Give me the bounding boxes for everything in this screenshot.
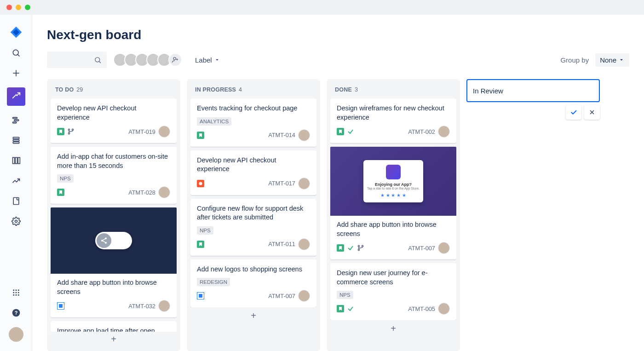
branch-icon <box>67 128 75 135</box>
chevron-down-icon <box>618 57 625 63</box>
card-label-badge: NPS <box>57 174 74 183</box>
assignee-avatar[interactable] <box>298 178 310 190</box>
card-title: Add share app button into browse screens <box>57 278 170 296</box>
board-card[interactable]: Add share app button into browse screens… <box>51 207 177 317</box>
assignee-avatar[interactable] <box>438 303 450 315</box>
issue-key: ATMT-032 <box>128 303 155 310</box>
create-icon[interactable] <box>10 67 22 79</box>
board-card[interactable]: Design wireframes for new checkout exper… <box>330 98 456 143</box>
assignee-avatar[interactable] <box>298 129 310 141</box>
svg-rect-7 <box>14 120 18 121</box>
board-card[interactable]: Configure new flow for support desk afte… <box>190 199 316 256</box>
label-filter-dropdown[interactable]: Label <box>193 53 222 67</box>
story-icon <box>337 244 344 252</box>
branch-icon <box>357 244 364 252</box>
board-card[interactable]: Events tracking for checkout pageANALYTI… <box>190 98 316 147</box>
card-title: Design new user journey for e-commerce s… <box>337 269 450 287</box>
svg-point-54 <box>362 246 363 247</box>
card-label-badge: ANALYTICS <box>197 117 231 126</box>
issue-key: ATMT-007 <box>268 293 295 299</box>
issue-key: ATMT-002 <box>408 128 435 135</box>
story-icon <box>57 189 64 196</box>
assignee-avatar[interactable] <box>438 242 450 254</box>
svg-point-42 <box>105 242 107 244</box>
story-icon <box>197 241 204 248</box>
label-filter-text: Label <box>195 56 212 64</box>
add-people-button[interactable] <box>168 53 182 67</box>
board-toolbar: Label Group by None <box>47 52 629 68</box>
new-column-name-input[interactable] <box>466 79 600 102</box>
svg-point-22 <box>13 292 14 293</box>
profile-avatar[interactable] <box>9 327 23 342</box>
cards-list: Design wireframes for new checkout exper… <box>330 98 456 320</box>
card-cover-image <box>51 207 177 274</box>
add-card-button[interactable]: + <box>51 332 177 347</box>
board-column: IN PROGRESS4Events tracking for checkout… <box>187 79 320 351</box>
assignee-avatar[interactable] <box>298 238 310 250</box>
search-icon[interactable] <box>10 47 22 59</box>
board-card[interactable]: Enjoying our App?Tap a star to rate it o… <box>330 147 456 259</box>
issue-key: ATMT-005 <box>408 305 435 312</box>
svg-line-3 <box>17 54 19 56</box>
global-sidebar: ? <box>0 15 32 351</box>
pages-icon[interactable] <box>10 195 22 207</box>
svg-rect-11 <box>13 142 19 143</box>
column-count: 4 <box>239 86 242 93</box>
assignee-avatar[interactable] <box>158 186 170 198</box>
board-card[interactable]: Design new user journey for e-commerce s… <box>330 263 456 320</box>
svg-point-26 <box>15 294 17 296</box>
assignee-avatar[interactable] <box>438 126 450 138</box>
backlog-icon[interactable] <box>10 134 22 146</box>
card-title: Develop new API checkout experience <box>197 156 310 174</box>
window-titlebar <box>0 0 644 15</box>
roadmap-icon[interactable] <box>10 114 22 126</box>
assignee-avatar[interactable] <box>298 290 310 302</box>
new-column-container <box>466 79 600 351</box>
settings-icon[interactable] <box>10 215 22 227</box>
svg-rect-14 <box>18 157 20 163</box>
project-app-icon[interactable] <box>7 87 25 106</box>
add-card-button[interactable]: + <box>190 307 316 324</box>
board-card[interactable]: Improve app load time after open <box>51 321 177 332</box>
assignee-avatar[interactable] <box>158 126 170 138</box>
done-check-icon <box>347 244 354 252</box>
apps-grid-icon[interactable] <box>10 287 22 299</box>
card-label-badge: NPS <box>197 226 213 235</box>
chevron-down-icon <box>214 57 220 63</box>
card-title: Add share app button into browse screens <box>337 220 450 238</box>
cards-list: Events tracking for checkout pageANALYTI… <box>190 98 316 307</box>
cards-list: Develop new API checkout experienceATMT-… <box>51 98 177 332</box>
svg-point-41 <box>101 240 103 242</box>
board-card[interactable]: Add new logos to shopping screensREDESIG… <box>190 259 316 308</box>
reports-icon[interactable] <box>10 175 22 187</box>
task-icon <box>57 302 64 310</box>
close-window-button[interactable] <box>6 5 12 10</box>
svg-point-38 <box>68 133 69 134</box>
svg-point-2 <box>13 50 18 55</box>
help-icon[interactable]: ? <box>10 307 22 319</box>
cancel-new-column-button[interactable] <box>584 105 600 120</box>
svg-rect-8 <box>12 122 16 123</box>
confirm-new-column-button[interactable] <box>566 105 581 120</box>
column-name: IN PROGRESS <box>195 86 236 93</box>
groupby-dropdown[interactable]: None <box>595 53 629 67</box>
card-title: Configure new flow for support desk afte… <box>197 204 310 222</box>
assignee-avatar[interactable] <box>158 300 170 312</box>
product-logo-icon[interactable] <box>10 26 23 39</box>
add-card-button[interactable]: + <box>330 320 456 337</box>
board-card[interactable]: Develop new API checkout experienceATMT-… <box>51 98 177 143</box>
issue-key: ATMT-007 <box>408 245 435 252</box>
board-card[interactable]: Develop new API checkout experienceATMT-… <box>190 150 316 195</box>
minimize-window-button[interactable] <box>16 5 21 10</box>
board-card[interactable]: Add in-app chat for customers on-site mo… <box>51 147 177 204</box>
card-title: Add in-app chat for customers on-site mo… <box>57 152 170 170</box>
done-check-icon <box>347 128 354 135</box>
story-icon <box>337 128 344 135</box>
svg-text:?: ? <box>14 310 17 316</box>
board-icon[interactable] <box>10 155 22 167</box>
svg-point-55 <box>358 249 359 251</box>
maximize-window-button[interactable] <box>25 5 30 10</box>
story-icon <box>57 128 64 135</box>
board-search-input[interactable] <box>47 52 107 68</box>
issue-key: ATMT-017 <box>268 180 295 187</box>
